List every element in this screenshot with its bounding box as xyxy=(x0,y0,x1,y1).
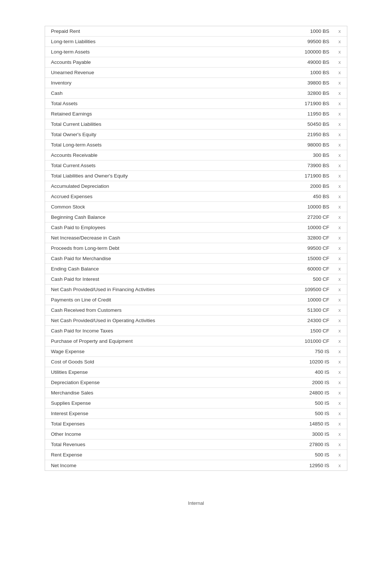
row-action[interactable]: x xyxy=(332,152,347,158)
row-action[interactable]: x xyxy=(332,111,347,117)
row-action[interactable]: x xyxy=(332,173,347,179)
row-value: 500 IS xyxy=(284,452,332,458)
table-row: Net Cash Provided/Used in Financing Acti… xyxy=(45,284,347,295)
row-action[interactable]: x xyxy=(332,225,347,230)
row-action[interactable]: x xyxy=(332,183,347,189)
row-name: Interest Expense xyxy=(45,411,284,416)
row-action[interactable]: x xyxy=(332,338,347,344)
row-action[interactable]: x xyxy=(332,369,347,375)
table-row: Accumulated Depreciation2000 BSx xyxy=(45,181,347,192)
table-row: Total Assets171900 BSx xyxy=(45,99,347,109)
row-action[interactable]: x xyxy=(332,400,347,406)
row-value: 300 BS xyxy=(284,152,332,158)
row-action[interactable]: x xyxy=(332,390,347,396)
row-action[interactable]: x xyxy=(332,452,347,458)
row-name: Proceeds from Long-term Debt xyxy=(45,245,284,251)
row-name: Net Cash Provided/Used in Financing Acti… xyxy=(45,287,284,292)
row-name: Total Revenues xyxy=(45,442,284,447)
row-value: 500 CF xyxy=(284,276,332,282)
row-action[interactable]: x xyxy=(332,359,347,365)
row-action[interactable]: x xyxy=(332,142,347,148)
row-action[interactable]: x xyxy=(332,163,347,168)
table-row: Unearned Revenue1000 BSx xyxy=(45,68,347,78)
table-row: Total Owner's Equity21950 BSx xyxy=(45,130,347,140)
row-action[interactable]: x xyxy=(332,59,347,65)
row-action[interactable]: x xyxy=(332,442,347,447)
row-action[interactable]: x xyxy=(332,70,347,75)
row-action[interactable]: x xyxy=(332,380,347,385)
table-row: Interest Expense500 ISx xyxy=(45,408,347,419)
row-action[interactable]: x xyxy=(332,132,347,137)
row-action[interactable]: x xyxy=(332,463,347,468)
row-action[interactable]: x xyxy=(332,266,347,272)
table-row: Net Income12950 ISx xyxy=(45,460,347,470)
row-action[interactable]: x xyxy=(332,121,347,127)
row-name: Accumulated Depreciation xyxy=(45,183,284,189)
row-action[interactable]: x xyxy=(332,28,347,34)
row-name: Net Income xyxy=(45,463,284,468)
table-row: Cash Paid for Interest500 CFx xyxy=(45,274,347,284)
table-row: Purchase of Property and Equipment101000… xyxy=(45,336,347,346)
row-value: 14850 IS xyxy=(284,421,332,427)
row-action[interactable]: x xyxy=(332,101,347,106)
row-name: Long-term Assets xyxy=(45,49,284,55)
row-name: Depreciation Expense xyxy=(45,380,284,385)
row-name: Cash Paid for Income Taxes xyxy=(45,328,284,334)
row-name: Payments on Line of Credit xyxy=(45,297,284,303)
row-name: Cash Received from Customers xyxy=(45,307,284,313)
row-name: Wage Expense xyxy=(45,349,284,354)
row-name: Prepaid Rent xyxy=(45,28,284,34)
row-action[interactable]: x xyxy=(332,328,347,334)
row-action[interactable]: x xyxy=(332,307,347,313)
row-value: 3000 IS xyxy=(284,431,332,437)
row-value: 12950 IS xyxy=(284,463,332,468)
row-name: Cost of Goods Sold xyxy=(45,359,284,365)
row-name: Total Long-term Assets xyxy=(45,142,284,148)
row-action[interactable]: x xyxy=(332,39,347,44)
row-action[interactable]: x xyxy=(332,421,347,427)
row-action[interactable]: x xyxy=(332,411,347,416)
row-name: Rent Expense xyxy=(45,452,284,458)
table-row: Beginning Cash Balance27200 CFx xyxy=(45,212,347,223)
row-value: 15000 CF xyxy=(284,256,332,261)
row-value: 100000 BS xyxy=(284,49,332,55)
row-name: Common Stock xyxy=(45,204,284,210)
row-action[interactable]: x xyxy=(332,431,347,437)
row-action[interactable]: x xyxy=(332,256,347,261)
table-row: Cash Received from Customers51300 CFx xyxy=(45,305,347,315)
table-row: Long-term Liabilities99500 BSx xyxy=(45,37,347,47)
row-action[interactable]: x xyxy=(332,349,347,354)
table-row: Cost of Goods Sold10200 ISx xyxy=(45,357,347,367)
row-action[interactable]: x xyxy=(332,235,347,241)
row-value: 171900 BS xyxy=(284,101,332,106)
row-action[interactable]: x xyxy=(332,214,347,220)
table-row: Cash Paid for Income Taxes1500 CFx xyxy=(45,326,347,336)
row-action[interactable]: x xyxy=(332,297,347,303)
table-row: Inventory39800 BSx xyxy=(45,78,347,88)
row-action[interactable]: x xyxy=(332,80,347,86)
row-action[interactable]: x xyxy=(332,287,347,292)
row-action[interactable]: x xyxy=(332,194,347,199)
table-row: Common Stock10000 BSx xyxy=(45,202,347,212)
row-name: Long-term Liabilities xyxy=(45,39,284,44)
row-action[interactable]: x xyxy=(332,318,347,323)
row-value: 27200 CF xyxy=(284,214,332,220)
table-row: Total Liabilities and Owner's Equity1719… xyxy=(45,171,347,181)
row-name: Total Current Liabilities xyxy=(45,121,284,127)
row-value: 98000 BS xyxy=(284,142,332,148)
table-row: Ending Cash Balance60000 CFx xyxy=(45,264,347,274)
row-action[interactable]: x xyxy=(332,90,347,96)
row-value: 99500 CF xyxy=(284,245,332,251)
row-action[interactable]: x xyxy=(332,276,347,282)
table-row: Proceeds from Long-term Debt99500 CFx xyxy=(45,243,347,253)
row-value: 32800 CF xyxy=(284,235,332,241)
row-name: Accrued Expenses xyxy=(45,194,284,199)
row-action[interactable]: x xyxy=(332,245,347,251)
row-value: 400 IS xyxy=(284,369,332,375)
row-action[interactable]: x xyxy=(332,49,347,55)
row-value: 27800 IS xyxy=(284,442,332,447)
row-value: 750 IS xyxy=(284,349,332,354)
row-value: 2000 IS xyxy=(284,380,332,385)
table-row: Accounts Payable49000 BSx xyxy=(45,57,347,68)
row-action[interactable]: x xyxy=(332,204,347,210)
